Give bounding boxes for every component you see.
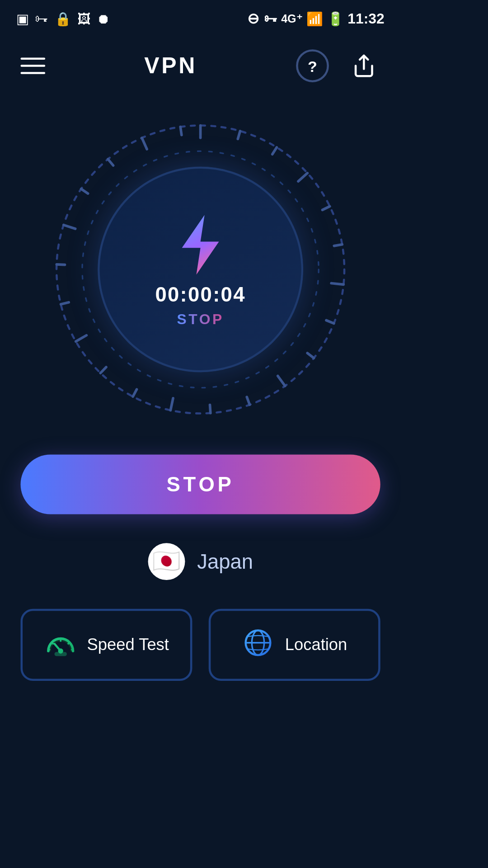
svg-line-8: [331, 283, 343, 284]
sim-icon: ▣: [16, 11, 28, 26]
vpn-timer: 00:00:04: [155, 282, 245, 306]
stop-button[interactable]: STOP: [20, 454, 380, 514]
key-icon: 🗝: [35, 11, 48, 26]
svg-line-20: [64, 225, 75, 229]
menu-button[interactable]: [20, 57, 45, 74]
vpn-stop-label: STOP: [177, 310, 224, 326]
speedometer-icon: [44, 628, 77, 661]
svg-line-12: [247, 397, 249, 405]
time-display: 11:32: [347, 10, 384, 27]
status-right-icons: ⊖ 🗝 4G⁺ 📶 🔋 11:32: [247, 10, 385, 27]
signal-icon: 4G⁺: [281, 12, 302, 25]
app-title: VPN: [144, 52, 197, 79]
status-left-icons: ▣ 🗝 🔒 🖼 ⏺: [16, 11, 110, 26]
question-icon: ?: [308, 57, 317, 75]
svg-line-15: [133, 389, 137, 396]
svg-line-4: [272, 147, 277, 154]
svg-line-24: [180, 127, 182, 135]
svg-line-21: [81, 189, 88, 193]
svg-line-13: [210, 405, 211, 413]
status-bar: ▣ 🗝 🔒 🖼 ⏺ ⊖ 🗝 4G⁺ 📶 🔋 11:32: [0, 0, 401, 37]
svg-line-14: [170, 398, 173, 410]
location-button[interactable]: Location: [209, 609, 380, 681]
share-icon: [352, 53, 376, 78]
image-icon: 🖼: [77, 11, 91, 26]
svg-line-28: [67, 643, 68, 644]
header-actions: ?: [296, 49, 380, 82]
svg-line-16: [100, 367, 106, 373]
app-header: VPN ?: [0, 37, 401, 94]
svg-line-6: [322, 206, 329, 210]
help-button[interactable]: ?: [296, 49, 329, 82]
svg-rect-32: [54, 652, 66, 656]
svg-line-7: [334, 245, 342, 246]
lock-icon: 🔒: [55, 11, 71, 26]
main-content: 00:00:04 STOP STOP 🇯🇵 Japan: [0, 94, 401, 681]
country-flag: 🇯🇵: [148, 543, 185, 580]
svg-line-9: [326, 321, 334, 324]
key-status-icon: 🗝: [264, 11, 277, 26]
svg-line-11: [278, 376, 285, 386]
svg-line-19: [56, 264, 65, 265]
circle-icon: ⏺: [97, 11, 110, 26]
speed-test-label: Speed Test: [87, 636, 169, 654]
location-label: Location: [285, 636, 347, 654]
minus-icon: ⊖: [247, 10, 259, 27]
share-button[interactable]: [347, 49, 380, 82]
bottom-action-buttons: Speed Test: [20, 609, 380, 681]
svg-line-18: [61, 302, 69, 304]
svg-line-17: [76, 335, 87, 342]
flag-emoji: 🇯🇵: [152, 548, 180, 575]
selected-country: 🇯🇵 Japan: [148, 543, 253, 580]
signal-bars-icon: 📶: [306, 11, 323, 26]
lightning-bolt-icon: [174, 212, 227, 276]
country-name: Japan: [197, 550, 253, 573]
svg-line-26: [52, 643, 53, 644]
speed-test-button[interactable]: Speed Test: [20, 609, 192, 681]
svg-line-5: [298, 173, 307, 181]
vpn-toggle-button[interactable]: 00:00:04 STOP: [98, 167, 303, 373]
svg-line-3: [238, 131, 240, 139]
svg-line-22: [108, 159, 113, 165]
vpn-circle-container[interactable]: 00:00:04 STOP: [46, 115, 354, 424]
globe-icon: [242, 626, 275, 663]
battery-icon: 🔋: [327, 11, 343, 26]
svg-line-23: [142, 138, 147, 149]
svg-line-10: [307, 353, 314, 358]
